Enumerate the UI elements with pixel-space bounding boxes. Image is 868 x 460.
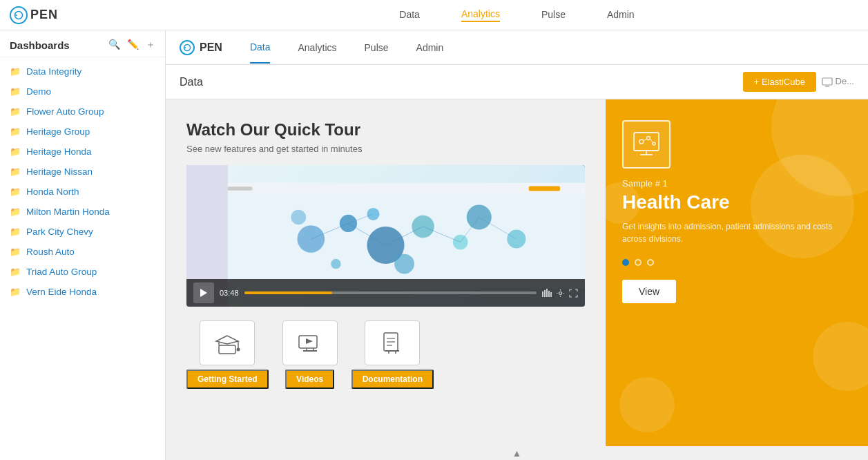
right-panel: Sample # 1 Health Care Get insights into… — [606, 99, 868, 446]
folder-icon: 📁 — [10, 126, 21, 137]
sidebar-item-label: Park City Chevy — [26, 227, 93, 237]
main-content: PEN Data Analytics Pulse Admin Data + El… — [166, 30, 868, 460]
sidebar-item-milton-martin[interactable]: 📁 Milton Martin Honda — [0, 202, 165, 222]
nav-link-pulse[interactable]: Pulse — [541, 9, 566, 21]
inner-logo-text: PEN — [200, 41, 222, 54]
sidebar-item-label: Milton Martin Honda — [26, 207, 110, 217]
sidebar-item-demo[interactable]: 📁 Demo — [0, 82, 165, 102]
inner-nav-pulse[interactable]: Pulse — [365, 32, 389, 63]
graduation-icon — [213, 330, 241, 356]
main-layout: Dashboards 🔍 ✏️ ＋ 📁 Data Integrity 📁 Dem… — [0, 30, 868, 460]
svg-marker-49 — [306, 338, 313, 344]
sidebar-title: Dashboards — [10, 39, 108, 51]
sidebar-item-label: Data Integrity — [26, 66, 81, 77]
folder-icon: 📁 — [10, 146, 21, 157]
bottom-actions: Getting Started Videos — [186, 320, 585, 389]
svg-point-42 — [559, 291, 562, 294]
progress-fill — [244, 291, 332, 294]
sidebar-item-flower-auto[interactable]: 📁 Flower Auto Group — [0, 102, 165, 122]
sidebar-item-heritage-honda[interactable]: 📁 Heritage Honda — [0, 142, 165, 162]
getting-started-button[interactable]: Getting Started — [186, 370, 269, 389]
deploy-button[interactable]: De... — [822, 76, 854, 88]
tour-title: Watch Our Quick Tour — [186, 120, 585, 140]
folder-icon: 📁 — [10, 166, 21, 177]
left-panel: Watch Our Quick Tour See new features an… — [166, 99, 606, 446]
inner-nav-admin[interactable]: Admin — [416, 32, 444, 63]
inner-nav-links: Data Analytics Pulse Admin — [250, 32, 854, 64]
sample-icon — [622, 120, 671, 169]
edit-icon[interactable]: ✏️ — [127, 39, 139, 51]
circle-3 — [813, 322, 868, 391]
svg-rect-37 — [542, 291, 543, 297]
view-button[interactable]: View — [622, 280, 676, 303]
svg-point-26 — [394, 254, 414, 274]
svg-rect-39 — [546, 289, 548, 297]
sidebar-item-label: Flower Auto Group — [26, 106, 104, 117]
svg-point-46 — [237, 347, 240, 351]
dot-3[interactable] — [647, 259, 654, 266]
svg-line-65 — [650, 139, 653, 143]
sidebar-item-data-integrity[interactable]: 📁 Data Integrity — [0, 61, 165, 82]
dot-1[interactable] — [622, 259, 629, 266]
svg-marker-36 — [200, 289, 207, 297]
folder-icon: 📁 — [10, 287, 21, 297]
sidebar-item-label: Demo — [26, 86, 51, 97]
elasticube-button[interactable]: + ElastiCube — [743, 72, 816, 92]
nav-link-admin[interactable]: Admin — [607, 9, 635, 21]
folder-icon: 📁 — [10, 186, 21, 197]
svg-rect-16 — [228, 186, 253, 190]
top-nav-links: Data Analytics Pulse Admin — [166, 8, 868, 22]
sidebar-item-honda-north[interactable]: 📁 Honda North — [0, 182, 165, 202]
documentation-button[interactable]: Documentation — [351, 370, 434, 389]
video-player[interactable]: 03:48 — [186, 165, 585, 307]
docs-icon — [378, 330, 406, 356]
progress-bar[interactable] — [244, 291, 537, 294]
sidebar-item-heritage-nissan[interactable]: 📁 Heritage Nissan — [0, 162, 165, 182]
folder-icon: 📁 — [10, 267, 21, 277]
add-icon[interactable]: ＋ — [146, 39, 155, 51]
settings-icon[interactable] — [556, 289, 565, 298]
sidebar-item-roush-auto[interactable]: 📁 Roush Auto — [0, 242, 165, 262]
folder-icon: 📁 — [10, 86, 21, 97]
videos-button[interactable]: Videos — [285, 370, 334, 389]
sidebar-item-heritage-group[interactable]: 📁 Heritage Group — [0, 122, 165, 142]
action-videos: Videos — [282, 320, 338, 389]
scroll-up-icon[interactable]: ▲ — [512, 448, 522, 459]
nav-link-analytics[interactable]: Analytics — [461, 8, 500, 22]
scroll-indicator-bar: ▲ — [166, 446, 868, 460]
documentation-icon-box — [365, 320, 420, 365]
sidebar-item-park-city[interactable]: 📁 Park City Chevy — [0, 222, 165, 242]
svg-rect-41 — [550, 292, 552, 297]
sidebar-icons: 🔍 ✏️ ＋ — [108, 39, 155, 51]
nav-link-data[interactable]: Data — [399, 9, 420, 21]
dot-2[interactable] — [635, 259, 642, 266]
svg-rect-38 — [544, 290, 546, 297]
svg-rect-60 — [634, 133, 659, 151]
sidebar-item-triad-auto[interactable]: 📁 Triad Auto Group — [0, 262, 165, 282]
fullscreen-icon[interactable] — [569, 289, 578, 298]
sidebar-list: 📁 Data Integrity 📁 Demo 📁 Flower Auto Gr… — [0, 57, 165, 306]
page-title: Data — [180, 76, 203, 88]
video-controls[interactable]: 03:48 — [186, 279, 585, 307]
monitor-chart-icon — [632, 130, 661, 159]
deploy-label: De... — [836, 76, 854, 86]
play-button[interactable] — [193, 282, 214, 303]
inner-nav: PEN Data Analytics Pulse Admin — [166, 30, 868, 65]
inner-nav-analytics[interactable]: Analytics — [298, 32, 336, 63]
svg-rect-17 — [529, 186, 560, 191]
inner-logo: PEN — [180, 40, 222, 55]
logo-icon — [10, 6, 28, 24]
folder-icon: 📁 — [10, 106, 21, 117]
search-icon[interactable]: 🔍 — [108, 39, 120, 51]
volume-icon[interactable] — [542, 289, 552, 297]
content-header: Data + ElastiCube De... — [166, 65, 868, 99]
tour-subtitle: See new features and get started in minu… — [186, 144, 585, 154]
svg-line-64 — [644, 140, 647, 141]
video-time: 03:48 — [220, 289, 239, 297]
sidebar-item-vern-eide[interactable]: 📁 Vern Eide Honda — [0, 282, 165, 302]
top-nav-bar: PEN Data Analytics Pulse Admin — [0, 0, 868, 30]
video-controls-right — [542, 289, 578, 298]
folder-icon: 📁 — [10, 207, 21, 217]
folder-icon: 📁 — [10, 66, 21, 77]
inner-nav-data[interactable]: Data — [250, 32, 271, 64]
